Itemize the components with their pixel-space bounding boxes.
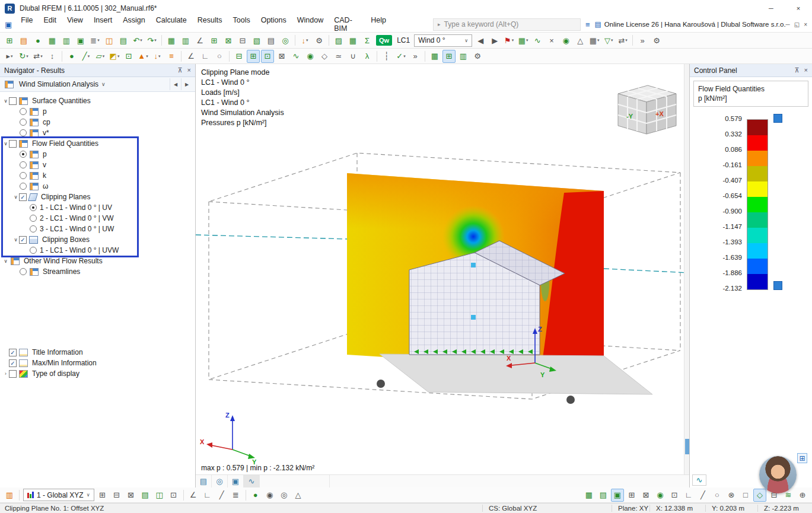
analysis-selector[interactable]: Wind Simulation Analysis ∨ ◀ ▶ (0, 77, 195, 92)
menu-assign[interactable]: Assign (117, 14, 151, 35)
menu-file[interactable]: File (15, 14, 38, 35)
customize-toolbar[interactable]: ⚙ (650, 34, 663, 47)
result-values[interactable]: ▦▾ (517, 34, 530, 47)
guidelines[interactable]: ┆ (380, 50, 393, 63)
measure-tool[interactable]: ∠ (193, 34, 206, 47)
checkbox[interactable]: ✓ (9, 349, 17, 356)
new-nodal-load[interactable]: ↓▾ (151, 50, 164, 63)
result-deformation[interactable]: ∿ (531, 34, 544, 47)
menu-help[interactable]: Help (365, 14, 391, 35)
export-graphic[interactable]: ⇄▾ (616, 34, 629, 47)
mesh-generate[interactable]: ▨ (332, 34, 345, 47)
clipping-box-toggle[interactable]: ⊡ (261, 50, 274, 63)
result-diagrams[interactable]: △ (574, 34, 587, 47)
minimize-button[interactable]: ─ (757, 0, 785, 17)
new-surface[interactable]: ▱▾ (94, 50, 107, 63)
stability-analysis[interactable]: λ (361, 50, 374, 63)
tree-item-max-min-information[interactable]: ✓Max/Min Information (0, 358, 195, 368)
new-support[interactable]: ▲▾ (136, 50, 149, 63)
mesh-settings[interactable]: ▦ (346, 34, 359, 47)
workplane-xz[interactable]: ⊟ (110, 489, 123, 502)
radio-button[interactable] (20, 161, 27, 168)
navigator-forward-button[interactable]: ▶ (181, 78, 192, 90)
node-marker[interactable] (471, 315, 476, 320)
visibility-modes[interactable]: ◉ (559, 34, 572, 47)
result-tables[interactable]: ▦▾ (588, 34, 601, 47)
tree-item-v[interactable]: v (0, 160, 195, 170)
navigation-cube[interactable]: -Y +X (618, 85, 676, 134)
grid-settings[interactable]: ▤ (139, 489, 152, 502)
dimension-linear[interactable]: ∟ (199, 50, 212, 63)
hide-results[interactable]: × (545, 34, 558, 47)
menu-tools[interactable]: Tools (227, 14, 255, 35)
show-supports[interactable]: ◉ (654, 489, 667, 502)
section-generator[interactable]: ⊟ (236, 34, 249, 47)
show-loads[interactable]: ⊡ (668, 489, 681, 502)
printout-report[interactable]: ▤ (265, 34, 278, 47)
menu-calculate[interactable]: Calculate (151, 14, 192, 35)
result-smoothing[interactable]: ≃ (332, 50, 345, 63)
new-line-load[interactable]: ≡ (165, 50, 178, 63)
legend-handle-top[interactable] (773, 114, 782, 123)
expander-icon[interactable]: ∨ (2, 258, 9, 264)
toolbar2-overflow[interactable]: » (409, 50, 422, 63)
radio-button[interactable] (20, 119, 27, 126)
quick-access-icon[interactable]: ⊞ (797, 453, 807, 463)
panel-toggle[interactable]: ▥ (457, 50, 470, 63)
visual-section[interactable]: ⊠ (222, 34, 235, 47)
expander-icon[interactable]: ∨ (2, 141, 9, 146)
tree-item-surface-quantities[interactable]: ∨Surface Quantities (0, 95, 195, 106)
load-wizard[interactable]: ↓▾ (298, 34, 311, 47)
snap-nodes[interactable]: ● (249, 489, 262, 502)
wireframe-mode[interactable]: ◇ (318, 50, 331, 63)
snap-settings[interactable]: ◫ (153, 489, 166, 502)
tree-item-title-information[interactable]: ✓Title Information (0, 347, 195, 358)
radio-button[interactable] (20, 183, 27, 190)
merge-objects[interactable]: ∪ (346, 50, 359, 63)
search-options-icon[interactable]: ≡ (585, 20, 590, 29)
application-switcher[interactable]: ▦ (46, 34, 59, 47)
section-view[interactable]: ⊠ (275, 50, 288, 63)
polar-grid[interactable]: ∠ (187, 489, 200, 502)
grid-lines[interactable]: ≣ (230, 489, 243, 502)
tree-item-clipping-planes[interactable]: ∨✓Clipping Planes (0, 192, 195, 202)
expander-icon[interactable]: ∨ (12, 194, 19, 200)
tree-item-[interactable]: ω (0, 181, 195, 192)
new-solid[interactable]: ◩▾ (108, 50, 121, 63)
tree-item-other-wind-flow-results[interactable]: ∨Other Wind Flow Results (0, 256, 195, 266)
undo[interactable]: ↶▾ (131, 34, 144, 47)
snap-intersections[interactable]: ◎ (278, 489, 291, 502)
viewport[interactable]: Z X Y Z X Y -Y (196, 64, 689, 487)
show-rendering[interactable]: ◇ (753, 489, 766, 502)
loadcase-selector[interactable]: Wind 0 °∨ (414, 34, 472, 47)
radio-button[interactable] (20, 129, 27, 136)
radio-button[interactable] (30, 225, 37, 232)
clipping-handle-sphere[interactable] (566, 396, 575, 404)
close-button[interactable]: × (785, 0, 812, 17)
mirror-copy[interactable]: ⇄▾ (31, 50, 44, 63)
show-releases[interactable]: ⊗ (725, 489, 738, 502)
stretch-edit[interactable]: ↕ (46, 50, 59, 63)
show-openings[interactable]: ○ (711, 489, 724, 502)
dimension-angular[interactable]: ∠ (184, 50, 198, 63)
grid-display[interactable]: ⊞ (208, 34, 221, 47)
show-solids[interactable]: ▣ (611, 489, 624, 502)
radio-button[interactable] (20, 108, 27, 115)
workplane-xy[interactable]: ⊞ (96, 489, 109, 502)
tree-item-streamlines[interactable]: Streamlines (0, 266, 195, 277)
pin-icon[interactable]: ⊼ (795, 66, 800, 74)
menu-insert[interactable]: Insert (88, 14, 117, 35)
snap-perpendicular[interactable]: △ (292, 489, 305, 502)
copy-object[interactable]: ◫ (103, 34, 116, 47)
show-nodes[interactable]: ⊞ (625, 489, 638, 502)
rotate-view[interactable]: ↻▾ (17, 50, 30, 63)
view-tab-strip[interactable] (260, 475, 330, 487)
show-lines[interactable]: ⊠ (639, 489, 652, 502)
layers-manager[interactable]: ▧ (250, 34, 263, 47)
radio-button[interactable] (30, 215, 37, 222)
tree-item-1-lc1-wind-0-uvw[interactable]: 1 - LC1 - Wind 0 ° | UVW (0, 245, 195, 256)
new-node[interactable]: ● (65, 50, 78, 63)
render-mode[interactable]: ◉ (304, 50, 317, 63)
manage-panels[interactable]: ▥ (60, 34, 73, 47)
redo[interactable]: ↷▾ (145, 34, 158, 47)
